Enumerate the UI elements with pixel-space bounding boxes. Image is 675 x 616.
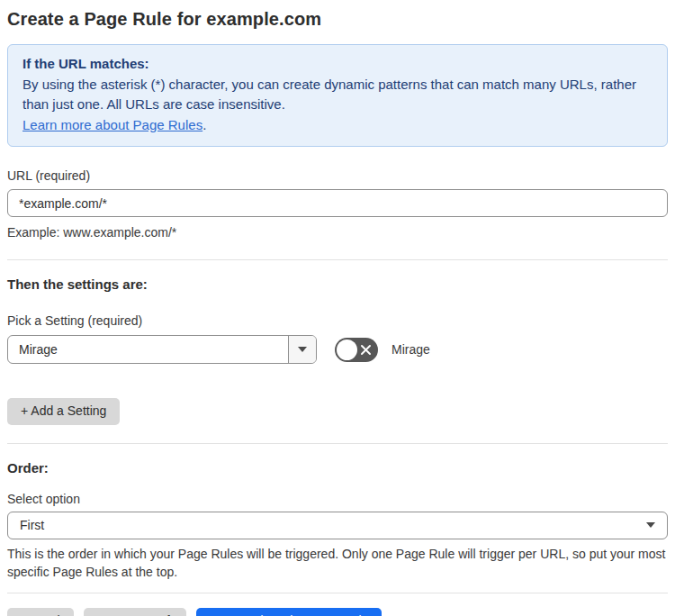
setting-picker-label: Pick a Setting (required)	[7, 313, 668, 328]
footer-actions: Cancel Save as Draft Save and Deploy Pag…	[7, 608, 668, 616]
caret-down-icon	[646, 522, 655, 528]
url-field-label: URL (required)	[7, 168, 668, 183]
order-section-heading: Order:	[7, 460, 668, 476]
settings-section-heading: Then the settings are:	[7, 276, 668, 292]
url-input[interactable]	[7, 189, 668, 217]
mirage-toggle[interactable]	[335, 338, 378, 362]
setting-row: Mirage Mirage	[7, 335, 668, 364]
url-match-info-box: If the URL matches: By using the asteris…	[7, 44, 668, 147]
toggle-knob	[337, 340, 357, 360]
link-period: .	[202, 117, 206, 132]
toggle-x-icon	[360, 344, 372, 356]
order-select-value: First	[20, 518, 44, 532]
learn-more-link[interactable]: Learn more about Page Rules	[22, 117, 202, 132]
footer-divider	[7, 593, 668, 593]
toggle-label: Mirage	[392, 342, 430, 357]
info-box-body: By using the asterisk (*) character, you…	[22, 75, 652, 115]
add-setting-button[interactable]: + Add a Setting	[7, 398, 120, 424]
url-example-text: Example: www.example.com/*	[7, 223, 668, 241]
order-select-label: Select option	[7, 492, 668, 506]
create-page-rule-panel: Create a Page Rule for example.com If th…	[0, 0, 675, 616]
setting-select-value: Mirage	[8, 336, 288, 363]
setting-select-dropdown-button[interactable]	[288, 336, 316, 363]
info-box-heading: If the URL matches:	[22, 54, 652, 75]
save-deploy-button[interactable]: Save and Deploy Page Rule	[196, 608, 382, 616]
section-divider	[7, 259, 668, 260]
setting-select[interactable]: Mirage	[7, 335, 317, 364]
caret-down-icon	[298, 347, 307, 352]
section-divider	[7, 443, 668, 444]
page-title: Create a Page Rule for example.com	[7, 9, 668, 30]
order-select[interactable]: First	[7, 512, 668, 539]
save-draft-button[interactable]: Save as Draft	[84, 608, 187, 616]
info-box-link-line: Learn more about Page Rules.	[22, 115, 652, 136]
order-help-text: This is the order in which your Page Rul…	[7, 545, 666, 582]
cancel-button[interactable]: Cancel	[7, 608, 74, 616]
